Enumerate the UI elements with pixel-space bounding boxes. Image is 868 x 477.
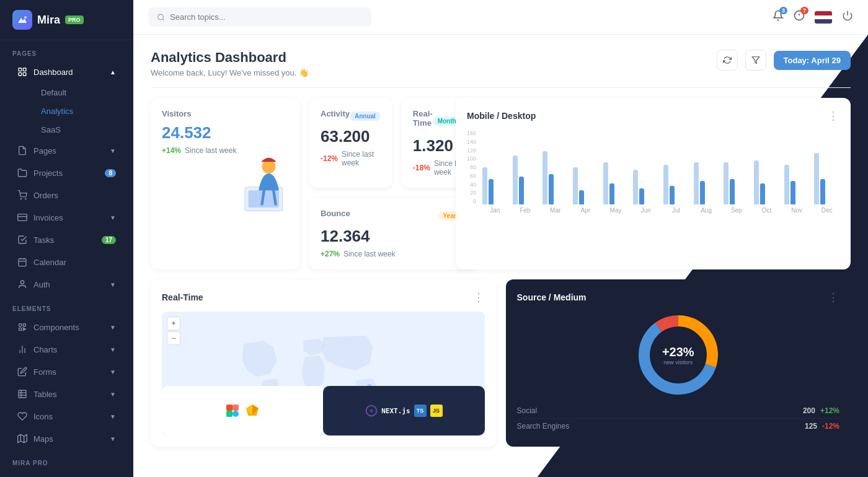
sidebar-item-label: Forms — [33, 367, 56, 377]
chevron-up-icon: ▲ — [110, 69, 116, 76]
search-input[interactable] — [170, 12, 363, 22]
bar-light-oct — [754, 160, 759, 204]
sidebar-item-components[interactable]: Components ▼ — [5, 317, 128, 338]
bar-light-aug — [694, 162, 699, 204]
bar-label-nov: Nov — [784, 207, 810, 214]
bar-light-sep — [724, 162, 728, 204]
bar-light-jan — [482, 167, 487, 204]
bar-label-oct: Oct — [754, 207, 779, 214]
donut-chart: +23% new visitors — [635, 312, 722, 398]
svg-rect-7 — [18, 214, 27, 221]
sidebar-item-tables[interactable]: Tables ▼ — [5, 383, 128, 405]
bounce-change: +27% Since last week — [321, 250, 466, 258]
source-item-social: Social 200 +12% — [517, 403, 840, 419]
source-value-search: 125 — [805, 422, 817, 431]
topbar-right: 3 7 — [773, 10, 853, 24]
sidebar-item-label: Icons — [33, 412, 53, 421]
sidebar-item-orders[interactable]: Orders — [5, 185, 128, 206]
svg-rect-3 — [19, 72, 22, 76]
language-flag[interactable] — [815, 11, 832, 24]
sidebar-item-icons[interactable]: Icons ▼ — [5, 406, 128, 427]
chart-bars-container: JanFebMarAprMayJunJulAugSepOctNovDec — [482, 130, 839, 214]
source-medium-menu-icon[interactable]: ⋮ — [828, 291, 839, 304]
bottom-grid: Real-Time ⋮ + − — [133, 279, 868, 457]
source-name-social: Social — [517, 406, 798, 415]
alerts-icon[interactable]: 7 — [794, 10, 805, 24]
map-menu-icon[interactable]: ⋮ — [473, 291, 485, 304]
bar-group-apr — [573, 167, 598, 204]
sidebar-item-label: Maps — [33, 434, 53, 444]
date-button[interactable]: Today: April 29 — [774, 51, 851, 70]
notifications-icon[interactable]: 3 — [773, 10, 784, 24]
svg-point-40 — [232, 411, 239, 417]
bounce-value: 12.364 — [321, 227, 466, 246]
chevron-down-icon: ▼ — [110, 435, 116, 442]
sidebar-item-label: Auth — [33, 280, 50, 289]
sidebar-item-label: Invoices — [33, 213, 63, 222]
bar-dark-aug — [700, 181, 705, 204]
projects-badge: 8 — [105, 169, 116, 177]
sidebar-item-charts[interactable]: Charts ▼ — [5, 339, 128, 360]
sidebar-item-tasks[interactable]: Tasks 17 — [5, 229, 128, 250]
source-medium-title: Source / Medium — [517, 292, 587, 302]
bar-light-mar — [542, 151, 547, 204]
activity-change-label: Since last week — [342, 150, 381, 167]
bar-group-aug — [694, 162, 719, 204]
svg-rect-17 — [19, 390, 26, 398]
activity-badge: Annual — [350, 112, 381, 121]
svg-point-0 — [24, 16, 27, 19]
sidebar-item-invoices[interactable]: Invoices ▼ — [5, 207, 128, 228]
chevron-down-icon: ▼ — [110, 214, 116, 221]
svg-rect-4 — [23, 72, 26, 76]
bar-group-jul — [663, 165, 689, 204]
sidebar-item-calendar[interactable]: Calendar — [5, 252, 128, 273]
search-wrap[interactable] — [148, 7, 371, 27]
svg-marker-21 — [18, 434, 27, 442]
chevron-down-icon: ▼ — [110, 346, 116, 353]
source-change-social: +12% — [820, 406, 839, 415]
bar-light-dec — [814, 153, 819, 204]
redux-icon — [365, 405, 378, 417]
svg-rect-15 — [23, 324, 25, 326]
chevron-down-icon: ▼ — [110, 391, 116, 398]
bar-group-mar — [542, 151, 568, 204]
nextjs-label: NEXT.js — [381, 407, 410, 415]
activity-change-pct: -12% — [321, 154, 338, 163]
power-icon[interactable] — [842, 10, 853, 24]
sidebar-item-label: Pages — [33, 146, 56, 155]
sidebar-item-label: Calendar — [33, 258, 66, 267]
bar-chart — [482, 130, 839, 204]
chevron-down-icon: ▼ — [110, 369, 116, 375]
sketch-icon — [245, 403, 260, 418]
filter-button[interactable] — [745, 50, 766, 71]
bar-dark-may — [609, 183, 614, 204]
page-header-right: Today: April 29 — [717, 50, 851, 71]
bar-dark-dec — [820, 179, 825, 204]
svg-point-5 — [20, 198, 21, 199]
content-inner: Analytics Dashboard Welcome back, Lucy! … — [133, 35, 868, 477]
chart-menu-icon[interactable]: ⋮ — [828, 109, 839, 123]
chart-y-axis: 160140120100806040200 — [467, 130, 479, 204]
sidebar-item-saas[interactable]: SaaS — [33, 121, 128, 139]
sidebar-item-dashboard[interactable]: Dashboard ▲ — [5, 61, 128, 82]
visitors-change-label: Since last week — [185, 146, 236, 155]
refresh-button[interactable] — [717, 50, 738, 71]
bar-labels: JanFebMarAprMayJunJulAugSepOctNovDec — [482, 207, 839, 214]
sidebar-item-projects[interactable]: Projects 8 — [5, 162, 128, 183]
javascript-icon: JS — [430, 405, 443, 417]
donut-percentage: +23% — [662, 345, 694, 359]
sidebar-item-pages[interactable]: Pages ▼ — [5, 140, 128, 161]
sidebar-item-default[interactable]: Default — [33, 84, 128, 102]
sidebar-item-analytics[interactable]: Analytics — [33, 102, 128, 120]
bar-dark-nov — [790, 181, 795, 204]
svg-rect-1 — [19, 68, 22, 71]
sidebar-item-forms[interactable]: Forms ▼ — [5, 361, 128, 382]
sidebar-item-label: Components — [33, 323, 79, 332]
sidebar: Mira PRO PAGES Dashboard ▲ Default Analy… — [0, 0, 133, 477]
sidebar-item-label: Charts — [33, 345, 57, 354]
map-container: + − — [162, 312, 485, 435]
design-tech-card — [162, 386, 323, 435]
chevron-down-icon: ▼ — [110, 413, 116, 420]
sidebar-item-maps[interactable]: Maps ▼ — [5, 428, 128, 449]
sidebar-item-auth[interactable]: Auth ▼ — [5, 274, 128, 295]
